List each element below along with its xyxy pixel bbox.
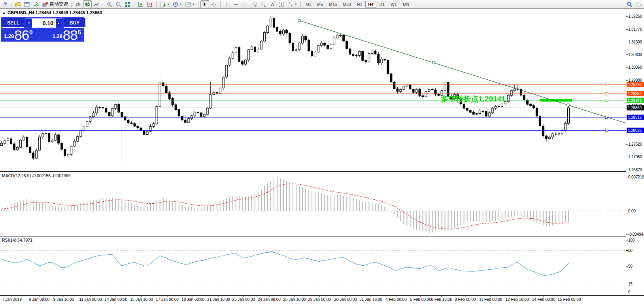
crosshair-button[interactable] <box>210 0 218 8</box>
auto-scroll-icon <box>138 1 144 8</box>
autotrading-button[interactable]: 自动交易 <box>41 0 70 8</box>
panel-divider-macd[interactable] <box>0 171 644 172</box>
chart-annotation-text[interactable]: 多空转折点1.29141 <box>441 94 506 104</box>
price-tick-label: 1.30360 <box>628 65 642 69</box>
price-level-badge: 1.28860 <box>627 105 644 111</box>
axis-tick-mark <box>626 250 628 251</box>
macd-histogram <box>2 177 568 233</box>
sell-price: 1.28860 <box>4 28 33 41</box>
tab-timeframe-W1[interactable]: W1 <box>388 1 400 8</box>
vertical-line-icon <box>224 1 230 8</box>
tab-timeframe-M15[interactable]: M15 <box>326 1 340 8</box>
sell-price-big: 86 <box>14 29 29 41</box>
fibonacci-button[interactable]: F <box>259 0 268 8</box>
axis-tick-mark <box>626 234 628 235</box>
buy-button[interactable]: BUY <box>64 18 85 28</box>
tab-timeframe-M5[interactable]: M5 <box>314 1 326 8</box>
svg-text:A: A <box>271 2 274 7</box>
channel-button[interactable]: E <box>250 0 259 8</box>
chart-window-icon <box>24 1 30 8</box>
toolbar-separator <box>134 1 134 7</box>
cursor-button[interactable] <box>200 0 209 8</box>
price-tick-label: 1.30830 <box>628 53 642 57</box>
line-chart-icon <box>93 1 100 8</box>
trendline-button[interactable] <box>241 0 249 8</box>
time-tick-label: 29 Jan 00:00 <box>308 297 331 302</box>
dropdown-caret-icon: ▼ <box>192 3 195 6</box>
hline-1.29726[interactable] <box>0 83 626 86</box>
chat-icon <box>635 1 642 8</box>
tab-timeframe-MN[interactable]: MN <box>400 1 412 8</box>
tab-timeframe-M30[interactable]: M30 <box>340 1 353 8</box>
search-button[interactable] <box>625 0 634 8</box>
rsi-indicator-label: RSI(14) 54.7971 <box>2 238 32 242</box>
price-tick-label: 1.32250 <box>628 14 642 19</box>
crosshair-icon <box>211 1 217 8</box>
bar-chart-button[interactable] <box>74 0 83 8</box>
clock-icon <box>172 1 179 8</box>
axis-tick-mark <box>626 292 628 292</box>
time-tick-label: 11 Feb 08:00 <box>479 297 502 302</box>
volume-increase-button[interactable]: ▲ <box>56 19 62 28</box>
price-tick-label: 1.27520 <box>628 142 642 146</box>
time-tick-label: 21 Jan 16:00 <box>207 297 230 302</box>
time-tick-label: 14 Jan 08:00 <box>104 297 127 302</box>
chart-canvas[interactable] <box>0 0 626 304</box>
auto-scroll-button[interactable] <box>136 0 145 8</box>
axis-tick-mark <box>626 157 628 157</box>
axis-tick-mark <box>626 284 628 284</box>
zoom-in-button[interactable] <box>105 0 114 8</box>
time-tick-label: 31 Jan 16:00 <box>359 297 382 302</box>
price-tick-label: 1.31300 <box>628 40 642 44</box>
tab-timeframe-M1[interactable]: M1 <box>303 1 314 8</box>
new-order-button[interactable]: 单 <box>1 0 9 8</box>
indicators-button[interactable]: ▼ <box>184 0 196 8</box>
tab-timeframe-D1[interactable]: D1 <box>377 1 387 8</box>
volume-input[interactable] <box>32 19 56 28</box>
volume-group: ▼ ▲ <box>26 18 62 28</box>
zoom-out-button[interactable] <box>114 0 123 8</box>
tab-timeframe-H1[interactable]: H1 <box>354 1 365 8</box>
hline-1.28026[interactable] <box>0 129 626 132</box>
quote-line: GBPUSD-,H4 1.28454 1.28949 1.28445 1.288… <box>8 10 102 15</box>
market-watch-button[interactable] <box>23 0 31 8</box>
order-ticket-button[interactable] <box>13 0 22 8</box>
trendline[interactable] <box>298 19 626 123</box>
zoom-in-icon <box>106 1 113 8</box>
price-tick-label: 1.26570 <box>628 168 642 172</box>
line-chart-button[interactable] <box>92 0 101 8</box>
vertical-line-button[interactable] <box>223 0 231 8</box>
axis-tick-mark <box>626 80 628 81</box>
time-axis-border <box>0 295 644 296</box>
bar-chart-icon <box>75 1 81 8</box>
sell-button[interactable]: SELL <box>2 18 24 28</box>
hline-1.29141[interactable] <box>0 99 626 101</box>
new-template-button[interactable]: ▼ <box>159 0 171 8</box>
order-ticket-icon <box>15 1 21 8</box>
volume-decrease-button[interactable]: ▼ <box>26 19 32 28</box>
arrows-button[interactable]: ▼ <box>286 0 298 8</box>
chat-button[interactable] <box>634 0 643 8</box>
text-label-button[interactable]: T <box>277 0 286 8</box>
dropdown-caret-icon: ▼ <box>179 3 182 6</box>
text-button[interactable]: A <box>268 0 277 8</box>
periods-button[interactable]: ▼ <box>171 0 183 8</box>
chart-shift-button[interactable] <box>145 0 154 8</box>
panel-divider-rsi[interactable] <box>0 236 644 236</box>
toolbar-separator <box>156 1 157 7</box>
buy-price-prefix: 1.28 <box>52 33 62 39</box>
axis-tick-mark <box>626 54 628 55</box>
toolbar-separator <box>220 1 221 7</box>
cursor-arrow-icon <box>202 1 208 8</box>
price-tick-label: 1.31770 <box>628 27 642 31</box>
price-axis[interactable]: 1.322501.317701.313001.308301.303601.298… <box>626 9 644 295</box>
time-tick-label: 18 Jan 08:00 <box>181 297 204 302</box>
tile-windows-button[interactable] <box>123 0 132 8</box>
horizontal-line-button[interactable] <box>232 0 240 8</box>
collapse-panel-icon[interactable]: ▲ <box>2 11 6 15</box>
candlestick-chart-button[interactable] <box>83 0 92 8</box>
tab-timeframe-H4[interactable]: H4 <box>365 1 376 8</box>
time-axis[interactable]: 7 Jan 20198 Jan 08:009 Jan 16:0011 Jan 0… <box>0 296 626 304</box>
axis-tick-mark <box>626 211 628 211</box>
signals-button[interactable] <box>32 0 40 8</box>
